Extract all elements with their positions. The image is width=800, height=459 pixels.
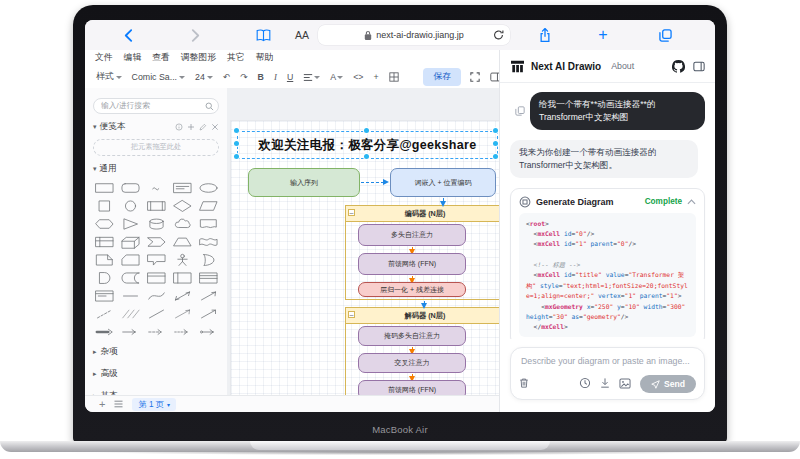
back-button[interactable] bbox=[118, 20, 138, 50]
scratchpad-dropzone[interactable]: 把元素拖至此处 bbox=[93, 139, 219, 156]
shape-dash[interactable] bbox=[117, 288, 143, 305]
history-button[interactable] bbox=[579, 375, 591, 393]
add-page-button[interactable]: + bbox=[99, 398, 105, 410]
selection-handle[interactable] bbox=[493, 128, 498, 133]
shape-internal-storage[interactable] bbox=[91, 234, 117, 251]
font-size-dropdown[interactable]: 24 bbox=[195, 72, 213, 82]
redo-button[interactable]: ↷ bbox=[240, 72, 247, 82]
diagram-node[interactable]: 输入序列 bbox=[248, 168, 360, 197]
shape-arrow[interactable] bbox=[117, 324, 143, 341]
shape-directional-arrow[interactable] bbox=[169, 306, 195, 323]
shape-cube[interactable] bbox=[117, 234, 143, 251]
selection-handle[interactable] bbox=[234, 141, 239, 146]
bookmarks-button[interactable] bbox=[253, 20, 273, 50]
shape-thin-lines[interactable] bbox=[117, 306, 143, 323]
italic-button[interactable]: I bbox=[274, 72, 277, 82]
shape-hexagon[interactable] bbox=[91, 216, 117, 233]
diagram-node[interactable]: 掩码多头自注意力 bbox=[358, 326, 466, 346]
selection-handle[interactable] bbox=[234, 128, 239, 133]
shape-textbox[interactable] bbox=[169, 180, 195, 197]
shape-actor[interactable] bbox=[169, 252, 195, 269]
shape-bidirectional-arrow[interactable] bbox=[169, 288, 195, 305]
shape-callout[interactable] bbox=[143, 252, 169, 269]
connector[interactable] bbox=[424, 301, 425, 303]
shape-list[interactable] bbox=[91, 288, 117, 305]
shape-parallelogram[interactable] bbox=[195, 198, 221, 215]
shape-dashed-arrow[interactable] bbox=[143, 324, 169, 341]
chevron-up-icon[interactable] bbox=[687, 199, 696, 205]
shape-data-storage[interactable] bbox=[117, 270, 143, 287]
shape-trapezoid[interactable] bbox=[169, 234, 195, 251]
diagram-node[interactable]: 前馈网络 (FFN) bbox=[358, 253, 466, 275]
menu-文件[interactable]: 文件 bbox=[95, 52, 113, 64]
new-tab-button[interactable]: + bbox=[593, 20, 613, 50]
forward-button[interactable] bbox=[185, 20, 205, 50]
tabs-button[interactable] bbox=[655, 20, 675, 50]
prompt-input[interactable] bbox=[519, 355, 700, 367]
shape-dashed-line[interactable] bbox=[91, 306, 117, 323]
diagram-node[interactable]: 层归一化 + 残差连接 bbox=[358, 282, 466, 297]
font-dropdown[interactable]: Comic Sa... bbox=[132, 72, 185, 82]
collapse-icon[interactable]: – bbox=[348, 209, 355, 216]
shape-triangle[interactable] bbox=[117, 216, 143, 233]
shape-diamond[interactable] bbox=[169, 198, 195, 215]
address-bar[interactable]: next-ai-drawio.jiang.jp bbox=[318, 25, 510, 45]
send-button[interactable]: Send bbox=[640, 375, 696, 393]
github-icon[interactable] bbox=[672, 60, 685, 73]
selection-handle[interactable] bbox=[364, 128, 369, 133]
shape-line[interactable] bbox=[143, 306, 169, 323]
shape-vertical-container[interactable] bbox=[169, 270, 195, 287]
menu-编辑[interactable]: 编辑 bbox=[124, 52, 142, 64]
connector[interactable] bbox=[443, 198, 444, 201]
section-general[interactable]: ▾ 通用 bbox=[85, 156, 227, 177]
selection-handle[interactable] bbox=[493, 154, 498, 159]
bold-button[interactable]: B bbox=[258, 72, 264, 82]
reload-button[interactable] bbox=[493, 29, 504, 43]
shape-horizontal-container[interactable] bbox=[195, 270, 221, 287]
format-code-button[interactable]: <> bbox=[353, 72, 363, 82]
shape-text[interactable] bbox=[143, 180, 169, 197]
collapse-icon[interactable]: – bbox=[348, 311, 355, 318]
shape-rectangle[interactable] bbox=[91, 180, 117, 197]
selection-handle[interactable] bbox=[234, 154, 239, 159]
shape-step[interactable] bbox=[143, 234, 169, 251]
download-button[interactable] bbox=[600, 375, 610, 393]
shape-ellipse[interactable] bbox=[195, 180, 221, 197]
shape-cylinder[interactable] bbox=[143, 216, 169, 233]
table-button[interactable] bbox=[389, 72, 399, 82]
edit-icon[interactable] bbox=[199, 123, 207, 131]
section-高级[interactable]: ▸高级 bbox=[85, 363, 227, 385]
shape-circle[interactable] bbox=[117, 198, 143, 215]
connector[interactable] bbox=[412, 347, 413, 349]
tool-card-header[interactable]: Generate Diagram Complete bbox=[511, 189, 704, 213]
diagram-node[interactable]: 多头自注意力 bbox=[358, 224, 466, 246]
menu-其它[interactable]: 其它 bbox=[227, 52, 245, 64]
menu-调整图形[interactable]: 调整图形 bbox=[181, 52, 216, 64]
connector[interactable] bbox=[412, 374, 413, 376]
undo-button[interactable]: ↶ bbox=[223, 72, 230, 82]
style-dropdown[interactable]: 样式 bbox=[96, 71, 122, 83]
shape-square[interactable] bbox=[91, 198, 117, 215]
shape-process[interactable] bbox=[143, 198, 169, 215]
shape-curve[interactable] bbox=[143, 288, 169, 305]
save-button[interactable]: 保存 bbox=[423, 68, 461, 86]
insert-button[interactable]: + bbox=[373, 72, 378, 82]
section-杂项[interactable]: ▸杂项 bbox=[85, 341, 227, 363]
connector[interactable] bbox=[361, 182, 384, 183]
about-link[interactable]: About bbox=[611, 61, 634, 71]
shape-card[interactable] bbox=[117, 252, 143, 269]
close-icon[interactable] bbox=[211, 123, 219, 131]
shape-directional-arrow-2[interactable] bbox=[195, 306, 221, 323]
info-icon[interactable] bbox=[175, 123, 183, 131]
connector[interactable] bbox=[412, 247, 413, 249]
shape-diagonal-arrow[interactable] bbox=[195, 288, 221, 305]
shape-dot-arrow[interactable] bbox=[195, 324, 221, 341]
panel-toggle-icon[interactable] bbox=[693, 61, 705, 72]
share-button[interactable] bbox=[535, 20, 555, 50]
clear-chat-button[interactable] bbox=[519, 375, 529, 393]
diagram-node[interactable]: 交叉注意力 bbox=[358, 353, 466, 373]
shape-dashed-arrow-2[interactable] bbox=[169, 324, 195, 341]
underline-button[interactable]: U bbox=[287, 72, 293, 82]
shape-document[interactable] bbox=[195, 216, 221, 233]
shape-tape[interactable] bbox=[195, 234, 221, 251]
